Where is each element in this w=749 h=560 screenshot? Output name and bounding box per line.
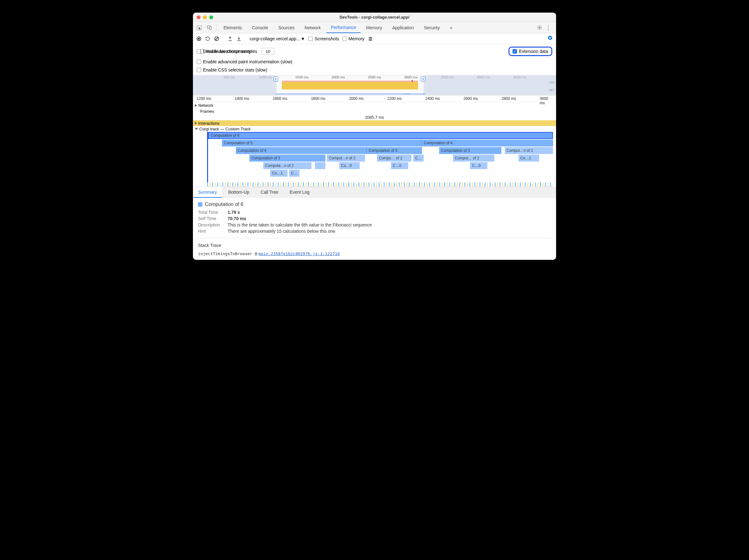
kebab-menu-icon[interactable]: ⋮: [545, 25, 551, 30]
total-time-value: 1.79 s: [228, 210, 240, 215]
flame-co1[interactable]: Co…1: [270, 170, 287, 177]
detail-tab-calltree[interactable]: Call Tree: [256, 187, 283, 198]
description-value: This is the time taken to calculate the …: [228, 222, 372, 227]
tab-security[interactable]: Security: [420, 22, 445, 33]
memory-checkbox[interactable]: Memory: [342, 36, 365, 41]
flame-comp-2e[interactable]: Comput… of 2: [453, 155, 494, 162]
flame-sm1[interactable]: [315, 162, 325, 169]
flame-comp-4b[interactable]: Computation of 4: [422, 139, 553, 147]
detail-tab-eventlog[interactable]: Event Log: [285, 187, 315, 198]
garbage-collect-icon[interactable]: [368, 36, 373, 42]
flame-comp-3b[interactable]: Computation of 3: [367, 147, 422, 154]
reload-record-icon[interactable]: [205, 36, 211, 42]
tab-sources[interactable]: Sources: [274, 22, 299, 33]
flame-comp-2[interactable]: Computa…n of 2: [263, 162, 312, 169]
hint-value: There are approximately 15 calculations …: [228, 229, 336, 234]
summary-title: Computation of 6: [205, 202, 243, 207]
devtools-window: DevTools - corgi-collage.vercel.app/ Ele…: [193, 13, 556, 260]
css-selector-stats-checkbox[interactable]: Enable CSS selector stats (slow): [197, 67, 267, 72]
device-toggle-icon[interactable]: [205, 22, 214, 33]
custom-track-toggle[interactable]: Corgi track — Custom Track: [193, 126, 556, 132]
flame-comp-co1b[interactable]: Co…1: [518, 155, 539, 162]
detail-tab-bottomup[interactable]: Bottom-Up: [223, 187, 254, 198]
capture-settings: Disable JavaScript samples CPU: No throt…: [193, 44, 556, 75]
record-icon[interactable]: [196, 36, 202, 42]
performance-toolbar: corgi-collage.vercel.app…▼ Screenshots M…: [193, 33, 556, 44]
summary-panel: Computation of 6 Total Time1.79 s Self T…: [193, 198, 556, 260]
overview-cpu-label: CPU: [549, 81, 555, 84]
clear-icon[interactable]: [214, 36, 219, 42]
flame-comp-2d[interactable]: Comput…n of 2: [505, 147, 553, 154]
summary-color-swatch: [198, 202, 202, 207]
flame-comp-6-selected[interactable]: Computation of 6: [208, 132, 553, 139]
flame-comp-3[interactable]: Computation of 3: [249, 155, 325, 162]
detail-tabs: Summary Bottom-Up Call Tree Event Log: [193, 187, 556, 198]
tracks-area: Network Frames 2085.7 ms Interactions Co…: [193, 103, 556, 187]
svg-line-7: [215, 38, 218, 40]
flame-comp-cd[interactable]: C…: [413, 155, 424, 162]
detail-tab-summary[interactable]: Summary: [193, 187, 222, 198]
flame-c0b[interactable]: C…0: [391, 162, 408, 169]
title-bar: DevTools - corgi-collage.vercel.app/: [193, 13, 556, 22]
close-icon[interactable]: [197, 16, 200, 19]
fullscreen-icon[interactable]: [209, 16, 213, 19]
tab-memory[interactable]: Memory: [362, 22, 387, 33]
overview-net-label: NET: [549, 89, 555, 92]
download-icon[interactable]: [236, 36, 242, 42]
tab-console[interactable]: Console: [248, 22, 272, 33]
tab-application[interactable]: Application: [388, 22, 418, 33]
settings-gear-icon[interactable]: [537, 25, 542, 30]
frames-duration: 2085.7 ms: [193, 114, 556, 120]
hardware-concurrency-input[interactable]: [262, 48, 274, 55]
tab-network[interactable]: Network: [300, 22, 325, 33]
profile-selector[interactable]: corgi-collage.vercel.app…▼: [250, 36, 305, 41]
stack-trace-title: Stack Trace: [198, 243, 551, 248]
interactions-track-toggle[interactable]: Interactions: [193, 120, 221, 126]
flame-co0[interactable]: Co…0: [339, 162, 360, 169]
stack-fn: injectTimingsToBrowser @: [198, 251, 257, 256]
overview-timeline[interactable]: 500 ms 1000 ms 1500 ms 2000 ms 2500 ms 3…: [193, 75, 556, 95]
tab-elements[interactable]: Elements: [219, 22, 246, 33]
advanced-paint-checkbox[interactable]: Enable advanced paint instrumentation (s…: [197, 59, 292, 64]
main-ruler[interactable]: 1200 ms 1400 ms 1600 ms 1800 ms 2000 ms …: [193, 95, 556, 103]
upload-icon[interactable]: [227, 36, 233, 42]
flame-ctiny[interactable]: C…: [289, 170, 299, 177]
frames-track: Frames: [193, 108, 556, 114]
flame-comp-5[interactable]: Computation of 5: [222, 139, 422, 147]
flame-comp-2c[interactable]: Compu… of 2: [377, 155, 411, 162]
flame-comp-4[interactable]: Computation of 4: [236, 147, 367, 154]
flame-chart[interactable]: Computation of 6 Computation of 5 Comput…: [207, 132, 553, 182]
network-track-toggle[interactable]: Network: [193, 103, 556, 108]
tab-performance[interactable]: Performance: [326, 22, 360, 33]
capture-settings-gear-icon[interactable]: [547, 35, 553, 42]
minimize-icon[interactable]: [203, 16, 207, 19]
svg-rect-2: [210, 27, 211, 29]
stack-trace-link[interactable]: main.2358fe1b2c80297b.js:1:122716: [258, 251, 340, 256]
flame-comp-2b[interactable]: Comput…n of 2: [327, 155, 365, 162]
self-time-value: 70.70 ms: [228, 216, 246, 221]
bottom-strip: [207, 182, 553, 187]
panel-tabs: Elements Console Sources Network Perform…: [193, 22, 556, 33]
extension-data-checkbox[interactable]: ✓Extension data: [513, 49, 548, 54]
inspect-icon[interactable]: [195, 22, 204, 33]
flame-comp-3c[interactable]: Computation of 3: [439, 147, 501, 154]
extension-data-highlight: ✓Extension data: [509, 47, 552, 56]
svg-point-3: [539, 27, 540, 28]
svg-point-5: [198, 38, 200, 40]
screenshots-checkbox[interactable]: Screenshots: [308, 36, 339, 41]
hardware-concurrency-checkbox[interactable]: Hardware concurrency: [200, 49, 251, 54]
window-title: DevTools - corgi-collage.vercel.app/: [340, 15, 409, 20]
tab-overflow[interactable]: »: [445, 22, 457, 33]
traffic-lights: [197, 16, 213, 19]
flame-c0c[interactable]: C…0: [470, 162, 487, 169]
